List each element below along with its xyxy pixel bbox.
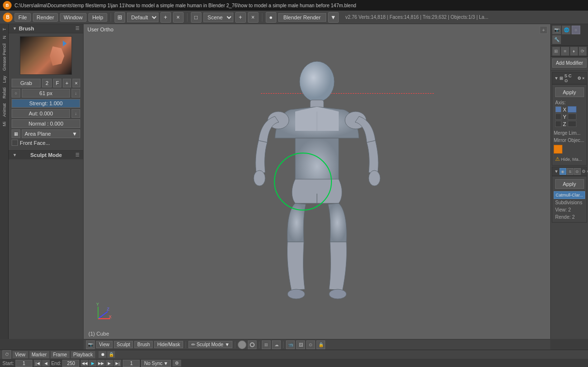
apply-btn-2[interactable]: Apply <box>555 179 584 189</box>
layout-select[interactable]: Default <box>127 13 158 22</box>
subsurf-settings[interactable]: ⚙ <box>582 169 586 174</box>
auto-input[interactable]: Aut: 0.000 <box>12 109 70 118</box>
axis-z-checkbox[interactable] <box>555 121 561 127</box>
tl-view-btn[interactable]: View <box>13 351 28 358</box>
axis-y-checkbox[interactable] <box>555 113 561 120</box>
tools-tab[interactable]: T <box>1 26 8 33</box>
vb-icon4[interactable]: 📹 <box>286 340 295 349</box>
view-icon[interactable]: □ <box>191 12 201 23</box>
front-faces-checkbox[interactable] <box>12 140 18 146</box>
menu-window[interactable]: Window <box>60 13 86 22</box>
obj-icon3[interactable]: ♦ <box>570 47 578 56</box>
prev-btn[interactable]: ◀ <box>42 360 50 367</box>
vb-hidemask-btn[interactable]: Hide/Mask <box>154 341 183 348</box>
subsurf-expand[interactable]: ▼ <box>554 169 559 174</box>
prev-end-btn[interactable]: |◀ <box>34 360 42 367</box>
next-btn[interactable]: ▶ <box>105 360 113 367</box>
layout-icon[interactable]: ⊞ <box>115 12 125 23</box>
auto-extra-btn[interactable]: ↓ <box>72 109 80 118</box>
obj-icon1[interactable]: ⊞ <box>552 47 560 56</box>
vb-icon6[interactable]: ⊙ <box>306 340 315 349</box>
vb-icon3[interactable]: ☁ <box>272 340 281 349</box>
mirror-settings[interactable]: ⚙ <box>577 76 581 81</box>
strength-input[interactable]: Strengt: 1.000 <box>12 99 80 108</box>
figure-container <box>84 39 550 325</box>
layers-tab[interactable]: Lay <box>1 74 8 85</box>
mirror-header: ▼ ⊞ S C ⊙ ⚙ × <box>552 72 587 85</box>
axis-x-label: X <box>563 107 566 113</box>
modifiers-icon[interactable]: 🔧 <box>552 35 561 44</box>
vb-icon5[interactable]: 🖼 <box>296 340 305 349</box>
tl-extra-btn[interactable]: ⚙ <box>172 360 181 367</box>
obj-icon4[interactable]: ⟳ <box>579 47 587 56</box>
normal-input[interactable]: Normal : 0.000 <box>12 119 80 128</box>
misc-tab[interactable]: Mi <box>1 120 8 128</box>
tl-sync-btn[interactable]: No Sync ▼ <box>141 360 171 367</box>
sculpt-mode-btn[interactable]: ✏ Sculpt Mode ▼ <box>188 341 233 348</box>
object-props-icon[interactable]: ○ <box>572 26 580 34</box>
menu-help[interactable]: Help <box>88 13 107 22</box>
engine-dropdown[interactable]: ▼ <box>328 12 339 23</box>
timeline-controls-bottom: Start: |◀ ◀ End: ◀◀ ▶ ▶▶ ▶ ▶| No Sync ▼ … <box>0 359 588 367</box>
scene-props-icon[interactable]: 🌐 <box>562 26 571 34</box>
radius-extra-btn[interactable]: ↓ <box>72 89 80 98</box>
catmull-btn[interactable]: Catmull-Clar... <box>554 191 585 199</box>
mirror-expand[interactable]: ▼ <box>554 76 559 81</box>
scene-select[interactable]: Scene <box>203 13 233 22</box>
texture-mode-btn[interactable]: Area Plane ▼ <box>22 129 80 138</box>
apply-btn-1[interactable]: Apply <box>555 87 584 97</box>
tl-sync-label: No Sync <box>144 361 162 366</box>
viewport: User Ortho + <box>84 24 550 339</box>
brush-name-btn[interactable]: Grab <box>12 79 41 87</box>
svg-point-7 <box>287 289 305 299</box>
add-layout[interactable]: + <box>160 12 171 23</box>
brush-f-btn[interactable]: F <box>53 79 61 87</box>
relations-tab[interactable]: Relati <box>1 85 8 100</box>
tl-end-input[interactable] <box>62 360 79 367</box>
vb-sphere1[interactable] <box>238 340 246 349</box>
tl-frame-input[interactable] <box>123 360 140 367</box>
vb-icon7[interactable]: 🔒 <box>316 340 325 349</box>
tl-lock-icon[interactable]: 🔒 <box>107 351 115 358</box>
svg-point-8 <box>329 289 346 299</box>
vb-icon2[interactable]: ⊞ <box>262 340 271 349</box>
next-end-btn[interactable]: ▶| <box>114 360 121 367</box>
axis-x-checkbox[interactable] <box>555 106 561 113</box>
radius-icon: ○ <box>12 89 20 98</box>
brush-remove-btn[interactable]: × <box>72 79 80 87</box>
radius-input[interactable]: 61 px <box>22 89 70 98</box>
tl-marker-btn[interactable]: Marker <box>29 351 49 358</box>
add-modifier-btn[interactable]: Add Modifier <box>552 58 587 68</box>
play-fwd-btn[interactable]: ▶▶ <box>97 360 105 367</box>
tl-playback-btn[interactable]: Playback <box>71 351 96 358</box>
brush-add-btn[interactable]: + <box>63 79 71 87</box>
axis-z-row: Z <box>555 121 584 127</box>
tl-frame-btn[interactable]: Frame <box>51 351 70 358</box>
properties-tab[interactable]: N <box>1 34 8 41</box>
grease-pencil-tab[interactable]: Grease Pencil <box>1 42 8 73</box>
tl-clock-icon[interactable]: ⏺ <box>99 351 106 358</box>
axis-x-indicator <box>568 106 576 113</box>
vb-brush-btn[interactable]: Brush <box>134 341 153 348</box>
engine-icon[interactable]: ● <box>266 12 276 23</box>
animation-tab[interactable]: Animat <box>1 101 8 119</box>
remove-scene[interactable]: × <box>248 12 258 23</box>
vb-view-btn[interactable]: View <box>96 341 113 348</box>
add-scene[interactable]: + <box>235 12 246 23</box>
menu-render[interactable]: Render <box>33 13 58 22</box>
brush-num-btn[interactable]: 2 <box>42 79 52 87</box>
tl-start-input[interactable] <box>15 360 32 367</box>
render-props-icon[interactable]: 📷 <box>552 26 561 34</box>
mirror-close[interactable]: × <box>582 76 585 81</box>
play-rev-btn[interactable]: ◀◀ <box>81 360 88 367</box>
vb-sphere2[interactable] <box>248 340 257 349</box>
remove-layout[interactable]: × <box>173 12 184 23</box>
view-label: User Ortho <box>87 27 114 32</box>
obj-icon2[interactable]: ≡ <box>561 47 569 56</box>
play-btn[interactable]: ▶ <box>89 360 97 367</box>
vb-sculpt-btn[interactable]: Sculpt <box>114 341 133 348</box>
viewport-menu-btn[interactable]: + <box>540 26 547 34</box>
sculpt-mode-title: Sculpt Mode <box>30 152 62 158</box>
texture-row: ▦ Area Plane ▼ <box>12 129 80 138</box>
menu-file[interactable]: File <box>14 13 31 22</box>
